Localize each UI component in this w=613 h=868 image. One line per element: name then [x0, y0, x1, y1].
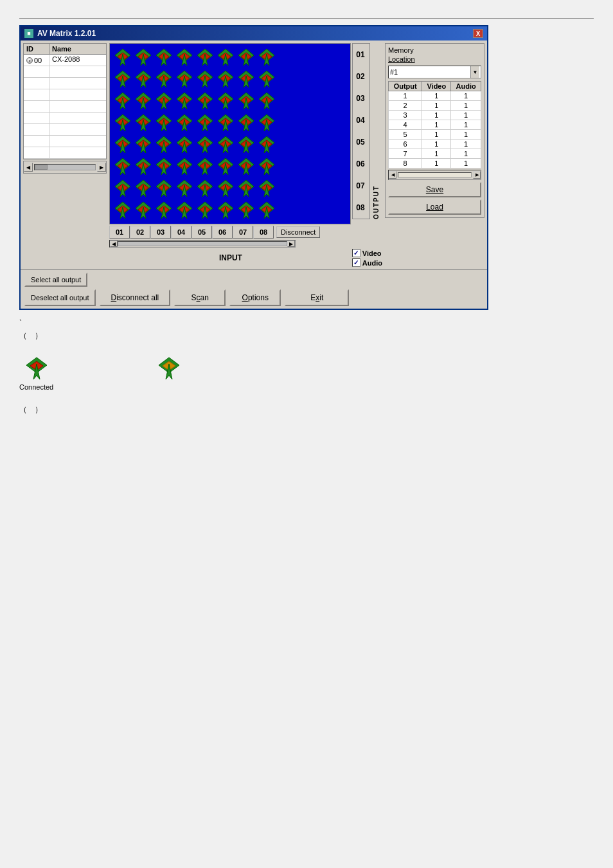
matrix-cell[interactable] [256, 90, 277, 112]
matrix-cell[interactable] [112, 156, 133, 177]
input-num-3[interactable]: 03 [150, 226, 171, 239]
deselect-all-output-button[interactable]: Deselect all output [24, 289, 96, 306]
audio-checkbox[interactable]: ✓ [352, 258, 360, 267]
input-num-2[interactable]: 02 [130, 226, 150, 239]
options-button[interactable]: Options [229, 289, 281, 306]
matrix-cell[interactable] [195, 177, 215, 199]
exit-button[interactable]: Exit [285, 289, 349, 306]
table-row[interactable] [24, 136, 106, 147]
table-row[interactable] [24, 124, 106, 136]
matrix-cell[interactable] [236, 90, 256, 112]
matrix-cell[interactable] [236, 134, 256, 156]
input-num-8[interactable]: 08 [253, 226, 274, 239]
memory-scrollbar[interactable]: ◀ ▶ [388, 170, 481, 180]
matrix-cell[interactable] [215, 199, 236, 221]
matrix-cell[interactable] [112, 199, 133, 221]
table-row[interactable] [24, 66, 106, 78]
mem-scroll-right[interactable]: ▶ [473, 171, 481, 179]
table-row[interactable] [24, 147, 106, 159]
matrix-cell[interactable] [154, 46, 174, 68]
matrix-cell[interactable] [154, 156, 174, 177]
matrix-cell[interactable] [133, 134, 154, 156]
matrix-cell[interactable] [112, 134, 133, 156]
location-dropdown-arrow[interactable]: ▼ [470, 66, 479, 78]
matrix-cell[interactable] [133, 199, 154, 221]
matrix-cell[interactable] [215, 134, 236, 156]
input-num-5[interactable]: 05 [191, 226, 212, 239]
close-button[interactable]: X [473, 29, 483, 38]
location-select[interactable]: #1 ▼ [388, 66, 481, 78]
matrix-cell[interactable] [112, 112, 133, 134]
matrix-cell[interactable] [133, 156, 154, 177]
scrollbar-thumb[interactable] [35, 165, 48, 170]
load-button[interactable]: Load [388, 199, 481, 215]
matrix-cell[interactable] [195, 68, 215, 90]
matrix-cell[interactable] [195, 90, 215, 112]
matrix-cell[interactable] [154, 177, 174, 199]
matrix-cell[interactable] [215, 177, 236, 199]
input-num-6[interactable]: 06 [212, 226, 233, 239]
matrix-cell[interactable] [112, 90, 133, 112]
matrix-cell[interactable] [133, 68, 154, 90]
table-row[interactable]: 00 CX-2088 [24, 55, 106, 66]
matrix-cell[interactable] [133, 177, 154, 199]
matrix-cell[interactable] [236, 199, 256, 221]
matrix-cell[interactable] [174, 177, 195, 199]
matrix-cell[interactable] [154, 134, 174, 156]
matrix-cell[interactable] [174, 134, 195, 156]
table-row[interactable] [24, 113, 106, 124]
left-panel-scrollbar[interactable]: ◀ ▶ [23, 161, 107, 174]
matrix-cell[interactable] [236, 156, 256, 177]
scan-button[interactable]: Scan [174, 289, 226, 306]
matrix-cell[interactable] [112, 46, 133, 68]
matrix-cell[interactable] [174, 90, 195, 112]
matrix-cell[interactable] [174, 199, 195, 221]
matrix-cell[interactable] [133, 46, 154, 68]
matrix-cell[interactable] [256, 177, 277, 199]
disconnect-all-button[interactable]: Disconnect all [100, 289, 171, 306]
matrix-cell[interactable] [154, 112, 174, 134]
matrix-cell[interactable] [256, 46, 277, 68]
video-checkbox[interactable]: ✓ [352, 249, 360, 257]
matrix-cell[interactable] [256, 112, 277, 134]
select-all-output-button[interactable]: Select all output [24, 273, 87, 287]
matrix-cell[interactable] [236, 112, 256, 134]
input-num-1[interactable]: 01 [109, 226, 130, 239]
matrix-cell[interactable] [195, 156, 215, 177]
disconnect-button[interactable]: Disconnect [276, 226, 320, 238]
matrix-cell[interactable] [215, 156, 236, 177]
matrix-cell[interactable] [154, 199, 174, 221]
save-button[interactable]: Save [388, 182, 481, 197]
matrix-cell[interactable] [195, 112, 215, 134]
matrix-cell[interactable] [256, 199, 277, 221]
matrix-cell[interactable] [215, 90, 236, 112]
radio-dot[interactable] [26, 57, 33, 64]
matrix-cell[interactable] [215, 68, 236, 90]
table-row[interactable] [24, 101, 106, 113]
matrix-cell[interactable] [236, 177, 256, 199]
input-num-4[interactable]: 04 [171, 226, 191, 239]
matrix-cell[interactable] [195, 134, 215, 156]
matrix-cell[interactable] [195, 46, 215, 68]
matrix-cell[interactable] [256, 68, 277, 90]
matrix-cell[interactable] [256, 156, 277, 177]
matrix-cell[interactable] [112, 177, 133, 199]
matrix-cell[interactable] [174, 112, 195, 134]
scroll-left-arrow[interactable]: ◀ [24, 163, 33, 172]
mem-scroll-left[interactable]: ◀ [389, 171, 396, 179]
matrix-cell[interactable] [236, 68, 256, 90]
table-row[interactable] [24, 78, 106, 89]
matrix-cell[interactable] [112, 68, 133, 90]
matrix-cell[interactable] [236, 46, 256, 68]
matrix-cell[interactable] [215, 46, 236, 68]
matrix-cell[interactable] [174, 68, 195, 90]
scroll-right-arrow[interactable]: ▶ [97, 163, 106, 172]
matrix-cell[interactable] [174, 156, 195, 177]
matrix-cell[interactable] [154, 90, 174, 112]
matrix-cell[interactable] [174, 46, 195, 68]
matrix-cell[interactable] [133, 112, 154, 134]
table-row[interactable] [24, 89, 106, 101]
matrix-cell[interactable] [195, 199, 215, 221]
matrix-cell[interactable] [215, 112, 236, 134]
matrix-cell[interactable] [154, 68, 174, 90]
